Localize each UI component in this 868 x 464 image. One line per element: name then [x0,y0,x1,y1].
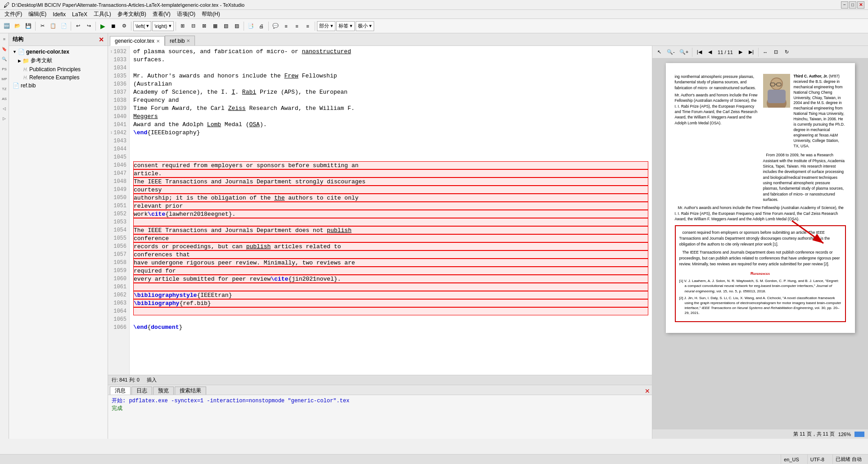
open-button[interactable]: 📂 [13,21,23,32]
cut-button[interactable]: ✂ [37,21,47,32]
tree-item-generic[interactable]: ▼ 📄 generic-color.tex [11,48,106,56]
bookmark-icon[interactable]: 🔖 [0,45,9,53]
tab-log[interactable]: 日志 [131,387,152,395]
paste-button[interactable]: 📄 [59,21,69,32]
menu-lang[interactable]: 语项(O) [174,10,198,18]
grid-btn-2[interactable]: ⊟ [189,21,199,32]
zoom-fit-btn[interactable] [854,432,864,437]
menu-tools[interactable]: 工具(L) [91,10,114,18]
menu-edit[interactable]: 编辑(E) [26,10,49,18]
save-button[interactable]: 💾 [23,21,33,32]
code-line-1050: authorship; it is the obligation of the … [133,194,648,202]
tab-search-results[interactable]: 搜索结果 [175,387,206,395]
tab-messages[interactable]: 消息 [110,387,131,395]
sidebar-close-button[interactable]: ✕ [99,36,104,43]
grid-btn-4[interactable]: ▦ [210,21,220,32]
label-label: 标签 [339,23,348,29]
menu-file[interactable]: 文件(F) [2,10,25,18]
zoom-out-btn[interactable]: 🔍- [665,47,677,58]
tree-item-pub-principles[interactable]: H. Publication Principles [11,65,106,73]
tab-close-refbib[interactable]: ✕ [186,38,190,43]
window-controls[interactable]: − □ ✕ [841,1,864,9]
size-dropdown[interactable]: 极小 ▾ [356,21,374,31]
ln-1039: 1039 [108,105,129,113]
encoding-status: UTF-8 [807,455,827,464]
menu-biblio[interactable]: 参考文献(B) [115,10,149,18]
tree-item-ref-examples[interactable]: H. Reference Examples [11,73,106,82]
last-page-btn[interactable]: ▶| [746,47,756,58]
code-line-1057: conferences that [133,250,648,259]
preview-content[interactable]: ing nonthermal atmospheric pressure plas… [652,59,868,429]
copy-button[interactable]: 📋 [48,21,58,32]
tab-preview-bottom[interactable]: 预览 [153,387,174,395]
tab-refbib[interactable]: ref.bib ✕ [165,36,195,45]
grid-btn-6[interactable]: ▨ [232,21,242,32]
zoom-in-btn[interactable]: 🔍+ [678,47,690,58]
find-icon[interactable]: 🔍 [0,55,9,63]
line-right-icon[interactable]: ▷ [0,114,9,123]
ref-item-2: [2] J. Jin, H. Sun, I. Daly, S. Li, C. L… [679,296,841,316]
fit-width-btn[interactable]: ↔ [760,47,770,58]
code-line-1059: required for [133,267,648,275]
app-icon: 🖊 [4,1,10,9]
tz-icon[interactable]: TZ [0,85,9,93]
preview-btn-2[interactable]: 🖨 [257,21,267,32]
menu-view[interactable]: 查看(V) [150,10,173,18]
h-icon-ref: H. [23,75,28,80]
first-page-btn[interactable]: |◀ [694,47,704,58]
ps-icon[interactable]: PS [0,65,9,73]
right-paren-dropdown[interactable]: \right) ▾ [152,21,173,31]
line-ending-status: en_US [781,455,802,464]
minimize-button[interactable]: − [841,1,848,9]
editor-status: 行: 841 列: 0 插入 [108,375,652,385]
align-btn-2[interactable]: ≡ [292,21,302,32]
section-dropdown[interactable]: 部分 ▾ [317,21,335,31]
mp-icon[interactable]: MP [0,75,9,83]
menu-latex[interactable]: LaTeX [69,11,90,18]
comment-btn[interactable]: 💬 [271,21,280,32]
settings-button[interactable]: ⚙ [119,21,129,32]
code-line-1062: \bibliographystyle{IEEEtran} [133,291,648,299]
tree-item-biblio[interactable]: ▶ 📁 参考文献 [11,56,106,65]
code-line-1053 [133,218,648,226]
tab-generic-color[interactable]: generic-color.tex ✕ [110,36,165,46]
prev-page-btn[interactable]: ◀ [705,47,715,58]
ln-1064: 1064 [108,307,129,315]
author-bio-para1: ing nonthermal atmospheric pressure plas… [675,74,758,91]
rotate-btn[interactable]: ↻ [782,47,792,58]
stop-button[interactable]: ⏹ [108,21,118,32]
compile-button[interactable]: ▶ [98,21,108,32]
tab-close-generic[interactable]: ✕ [156,39,160,44]
menu-help[interactable]: 帮助(H) [199,10,223,18]
left-paren-label: \left( [136,23,145,29]
as-icon[interactable]: AS [0,95,9,103]
code-line-1043 [133,137,648,145]
code-lines[interactable]: of plasma sources, and fabrication of mi… [130,46,652,375]
grid-btn-3[interactable]: ⊠ [199,21,209,32]
grid-btn-1[interactable]: ⊞ [178,21,188,32]
maximize-button[interactable]: □ [849,1,856,9]
label-dropdown[interactable]: 标签 ▾ [336,21,355,31]
prev-sync-btn[interactable]: ↖ [654,47,664,58]
new-button[interactable]: 🆕 [2,21,12,32]
preview-btn-1[interactable]: 📑 [246,21,256,32]
menu-idefix[interactable]: Idefix [50,11,68,18]
code-line-1034 [133,64,648,72]
ln-1045: 1045 [108,153,129,161]
next-page-btn[interactable]: ▶ [736,47,746,58]
redo-button[interactable]: ↪ [84,21,94,32]
fit-page-btn[interactable]: ⊡ [771,47,781,58]
tree-item-refbib[interactable]: 📄 ref.bib [11,82,106,90]
line-left-icon[interactable]: ◁ [0,105,9,113]
left-paren-dropdown[interactable]: \left( ▾ [133,21,151,31]
structure-icon[interactable]: ≡ [0,35,9,43]
code-editor[interactable]: ↧1032 1033 1034 1035 1036 1037 1038 1039… [108,46,652,375]
align-btn-3[interactable]: ≡ [303,21,313,32]
code-line-1042: \end{IEEEbiography} [133,129,648,137]
grid-btn-5[interactable]: ▧ [221,21,231,32]
code-line-1048: The IEEE Transactions and Journals Depar… [133,177,648,186]
undo-button[interactable]: ↩ [73,21,83,32]
bottom-panel-close[interactable]: ✕ [645,387,650,395]
close-button[interactable]: ✕ [857,1,864,9]
align-btn-1[interactable]: ≡ [281,21,291,32]
